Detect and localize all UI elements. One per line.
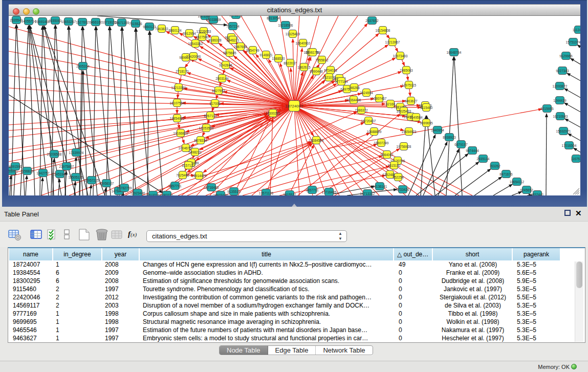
svg-text:2803144: 2803144 bbox=[215, 77, 229, 80]
svg-text:1546221: 1546221 bbox=[226, 38, 239, 42]
svg-text:19166829: 19166829 bbox=[173, 132, 188, 135]
svg-text:18724007: 18724007 bbox=[285, 104, 303, 108]
svg-text:19218506: 19218506 bbox=[278, 24, 293, 27]
svg-text:9699695: 9699695 bbox=[420, 121, 433, 125]
svg-text:9860123: 9860123 bbox=[143, 25, 156, 29]
svg-text:9827500: 9827500 bbox=[195, 35, 209, 39]
svg-text:16107554: 16107554 bbox=[170, 101, 185, 105]
svg-text:15751074: 15751074 bbox=[566, 40, 580, 44]
svg-text:19756928: 19756928 bbox=[397, 145, 411, 148]
svg-text:8427552: 8427552 bbox=[212, 89, 225, 93]
svg-text:12975115: 12975115 bbox=[402, 83, 417, 87]
svg-text:9155061: 9155061 bbox=[49, 19, 62, 23]
svg-text:10973493: 10973493 bbox=[393, 54, 408, 58]
svg-text:1440954: 1440954 bbox=[431, 128, 444, 132]
svg-text:7386372: 7386372 bbox=[355, 108, 368, 112]
svg-text:3624554: 3624554 bbox=[360, 91, 373, 95]
svg-text:23420046: 23420046 bbox=[186, 55, 201, 58]
svg-text:10688609: 10688609 bbox=[367, 130, 382, 134]
svg-text:2867608: 2867608 bbox=[234, 45, 247, 49]
svg-text:16033809: 16033809 bbox=[206, 18, 221, 21]
svg-text:20691406: 20691406 bbox=[35, 20, 50, 24]
svg-text:6734028: 6734028 bbox=[324, 69, 337, 72]
svg-text:7955812: 7955812 bbox=[315, 58, 329, 62]
svg-text:9084067: 9084067 bbox=[380, 153, 394, 157]
svg-text:9391590: 9391590 bbox=[9, 165, 22, 168]
svg-text:12093872: 12093872 bbox=[553, 84, 568, 88]
svg-text:9227343: 9227343 bbox=[556, 69, 569, 73]
svg-text:763262: 763262 bbox=[489, 164, 500, 168]
svg-text:8822037: 8822037 bbox=[284, 61, 297, 65]
svg-text:8471676: 8471676 bbox=[499, 172, 513, 176]
svg-text:17016504: 17016504 bbox=[562, 144, 577, 147]
svg-text:10807467: 10807467 bbox=[372, 97, 387, 100]
svg-text:16210643: 16210643 bbox=[553, 115, 568, 118]
svg-text:16914479: 16914479 bbox=[192, 174, 207, 178]
svg-text:12213389: 12213389 bbox=[171, 86, 186, 90]
svg-text:9115460: 9115460 bbox=[420, 106, 433, 110]
svg-text:9777169: 9777169 bbox=[335, 80, 348, 83]
svg-text:8454749: 8454749 bbox=[246, 49, 259, 52]
svg-text:12505135: 12505135 bbox=[69, 176, 83, 179]
svg-text:252254: 252254 bbox=[393, 176, 404, 179]
svg-text:8813054: 8813054 bbox=[267, 16, 280, 20]
svg-text:6466160: 6466160 bbox=[89, 20, 102, 24]
svg-text:9457791: 9457791 bbox=[306, 188, 319, 192]
svg-text:1527602: 1527602 bbox=[76, 20, 89, 24]
svg-text:7357224: 7357224 bbox=[226, 25, 239, 28]
svg-text:7625402: 7625402 bbox=[176, 173, 189, 177]
svg-text:8186328: 8186328 bbox=[208, 38, 222, 42]
svg-text:16671355: 16671355 bbox=[115, 21, 129, 25]
svg-text:11325419: 11325419 bbox=[286, 32, 300, 36]
svg-text:13716485: 13716485 bbox=[322, 190, 337, 194]
svg-text:5572241: 5572241 bbox=[229, 16, 243, 17]
svg-text:19654923: 19654923 bbox=[402, 130, 417, 134]
svg-text:12923446: 12923446 bbox=[130, 191, 145, 195]
svg-text:2718170: 2718170 bbox=[176, 70, 189, 73]
svg-text:10654112: 10654112 bbox=[510, 180, 525, 184]
svg-text:15716485: 15716485 bbox=[204, 186, 219, 189]
svg-text:14136141: 14136141 bbox=[373, 185, 387, 188]
svg-text:8878334: 8878334 bbox=[194, 139, 207, 142]
svg-text:8938923: 8938923 bbox=[443, 136, 456, 139]
svg-text:19854925: 19854925 bbox=[170, 117, 185, 120]
svg-text:23975867: 23975867 bbox=[59, 165, 74, 168]
svg-text:1588520: 1588520 bbox=[272, 57, 285, 60]
svg-text:7463822: 7463822 bbox=[155, 27, 168, 31]
svg-text:2905334: 2905334 bbox=[76, 64, 90, 68]
svg-text:16154808: 16154808 bbox=[376, 29, 390, 32]
svg-text:9463627: 9463627 bbox=[404, 99, 418, 103]
svg-text:9135514: 9135514 bbox=[227, 190, 241, 193]
svg-text:7485063: 7485063 bbox=[400, 69, 413, 72]
svg-text:1156829: 1156829 bbox=[21, 169, 34, 173]
svg-text:20364436: 20364436 bbox=[346, 98, 361, 102]
svg-text:9245652: 9245652 bbox=[520, 188, 533, 192]
svg-text:16961758: 16961758 bbox=[306, 51, 320, 54]
svg-text:1615152: 1615152 bbox=[387, 164, 401, 167]
svg-text:9857791: 9857791 bbox=[168, 184, 182, 188]
svg-text:8860124: 8860124 bbox=[168, 29, 182, 32]
svg-text:917006: 917006 bbox=[209, 102, 221, 105]
svg-text:18300295: 18300295 bbox=[266, 112, 280, 115]
svg-text:1244419: 1244419 bbox=[553, 99, 567, 102]
svg-text:1362615: 1362615 bbox=[297, 65, 311, 69]
svg-text:19384554: 19384554 bbox=[309, 139, 324, 142]
svg-text:14055714: 14055714 bbox=[21, 19, 36, 23]
svg-text:16782759: 16782759 bbox=[117, 186, 132, 190]
svg-text:16713312: 16713312 bbox=[360, 192, 375, 195]
svg-text:9242848: 9242848 bbox=[219, 63, 232, 67]
svg-text:9415527: 9415527 bbox=[283, 193, 296, 196]
svg-text:1942757: 1942757 bbox=[36, 171, 50, 175]
svg-text:16543362: 16543362 bbox=[188, 42, 203, 46]
svg-text:9832441: 9832441 bbox=[531, 193, 544, 196]
svg-text:16648784: 16648784 bbox=[447, 51, 462, 54]
svg-text:8215955: 8215955 bbox=[540, 107, 554, 111]
svg-text:5498222: 5498222 bbox=[188, 150, 202, 154]
svg-text:15720407: 15720407 bbox=[361, 119, 376, 123]
svg-text:8267110: 8267110 bbox=[204, 114, 217, 118]
svg-text:18807249: 18807249 bbox=[374, 141, 389, 145]
svg-text:1733426: 1733426 bbox=[396, 188, 409, 191]
svg-text:10958107: 10958107 bbox=[99, 182, 114, 185]
svg-text:12353594: 12353594 bbox=[199, 126, 214, 130]
svg-text:7515526: 7515526 bbox=[129, 22, 142, 26]
